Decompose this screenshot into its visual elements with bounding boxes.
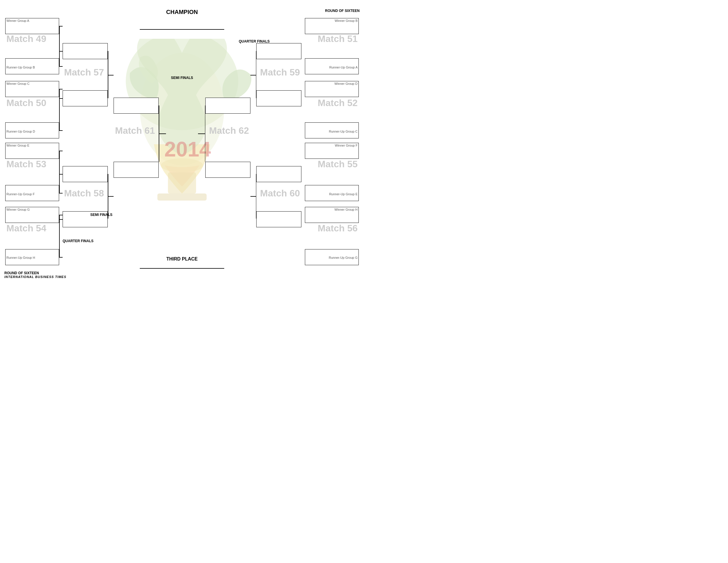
match56-team2-label: Runner-Up Group G (329, 256, 358, 259)
match52-team1-label: Winner Group D (335, 82, 358, 85)
line-m54-v (59, 215, 60, 257)
match54-team1-label: Winner Group G (6, 208, 30, 211)
line-sf61-mid (159, 133, 166, 134)
match55-label: Match 55 (318, 159, 358, 169)
match49-team2-label: Runner-Up Group B (6, 66, 35, 69)
quarter-finals-left-label: QUARTER FINALS (63, 239, 93, 243)
line-qf59-v (256, 51, 257, 98)
match49-team1-label: Winner Group A (6, 19, 29, 22)
match54-label: Match 54 (6, 223, 46, 234)
match57-team1-box (63, 43, 108, 59)
match58-team1-box (63, 166, 108, 182)
match53-team2-label: Runner-Up Group F (6, 192, 35, 196)
bracket-container: 2014 Winner Group A Runner-Up Group B Ma… (0, 0, 364, 282)
match54-team2-label: Runner-Up Group H (6, 256, 35, 259)
match57-team2-box (63, 90, 108, 106)
match50-team1-label: Winner Group C (6, 82, 29, 85)
match60-team1-box (256, 166, 301, 182)
match59-team2-box (256, 90, 301, 106)
match51-team2-label: Runner-Up Group A (329, 66, 358, 69)
line-qf59-mid (250, 75, 256, 75)
match61-label: Match 61 (115, 125, 155, 136)
round-of-sixteen-right-label: ROUND OF SIXTEEN (325, 9, 360, 13)
match55-team1-label: Winner Group F (335, 144, 358, 147)
line-m53-mid (59, 174, 63, 174)
line-m54-mid (59, 219, 63, 220)
line-qf60-mid (250, 196, 256, 197)
champion-label: CHAMPION (166, 9, 198, 15)
match53-team1-label: Winner Group E (6, 144, 29, 147)
line-sf62-mid (198, 133, 205, 134)
match57-label: Match 57 (64, 67, 104, 78)
match60-team2-box (256, 211, 301, 227)
match51-label: Match 51 (318, 33, 358, 44)
match62-label: Match 62 (209, 125, 249, 136)
line-m54-t2 (59, 257, 63, 257)
line-m49-v (59, 26, 60, 66)
match61-team2-box (114, 162, 159, 178)
match59-team1-box (256, 43, 301, 59)
match49-label: Match 49 (6, 33, 46, 44)
third-place-label: THIRD PLACE (166, 256, 198, 262)
third-place-line (140, 268, 224, 269)
match61-team1-box (114, 98, 159, 114)
line-m50-v (59, 89, 60, 130)
semi-finals-bottom-label: SEMI FINALS (90, 213, 112, 217)
line-m54-t1 (59, 215, 63, 215)
quarter-finals-right-label: QUARTER FINALS (239, 39, 270, 43)
line-m49-t1 (59, 26, 63, 27)
svg-rect-4 (158, 193, 207, 200)
match52-label: Match 52 (318, 98, 358, 108)
match60-label: Match 60 (260, 188, 300, 199)
match56-label: Match 56 (318, 223, 358, 234)
line-qf57-mid (108, 75, 114, 75)
match53-label: Match 53 (6, 159, 46, 169)
match62-team2-box (205, 162, 250, 178)
line-m53-t1 (59, 151, 63, 151)
svg-point-0 (126, 39, 238, 130)
match55-team2-label: Runner-Up Group E (329, 192, 358, 196)
match59-label: Match 59 (260, 67, 300, 78)
champion-line (140, 29, 224, 30)
line-m50-mid (59, 98, 63, 99)
semi-finals-top-label: SEMI FINALS (171, 76, 193, 80)
line-qf58-mid (108, 196, 114, 197)
line-m53-t2 (59, 193, 63, 193)
match50-label: Match 50 (6, 98, 46, 108)
line-m53-v (59, 151, 60, 193)
line-qf57-v (108, 51, 108, 98)
match52-team2-label: Runner-Up Group C (329, 130, 358, 133)
match51-team1-label: Winner Group B (335, 19, 358, 22)
match56-team1-label: Winner Group H (335, 208, 358, 211)
line-m49-mid (59, 51, 63, 52)
svg-rect-3 (168, 172, 196, 193)
match58-label: Match 58 (64, 188, 104, 199)
match62-team1-box (205, 98, 250, 114)
line-m50-t2 (59, 130, 63, 131)
ibt-logo: INTERNATIONAL BUSINESS TIMES (4, 275, 66, 278)
match50-team2-label: Runner-Up Group D (6, 130, 35, 133)
line-m50-t1 (59, 89, 63, 89)
round-of-sixteen-left-label: ROUND OF SIXTEEN (4, 271, 39, 275)
year-text: 2014 (164, 137, 211, 161)
line-m49-t2 (59, 66, 63, 67)
